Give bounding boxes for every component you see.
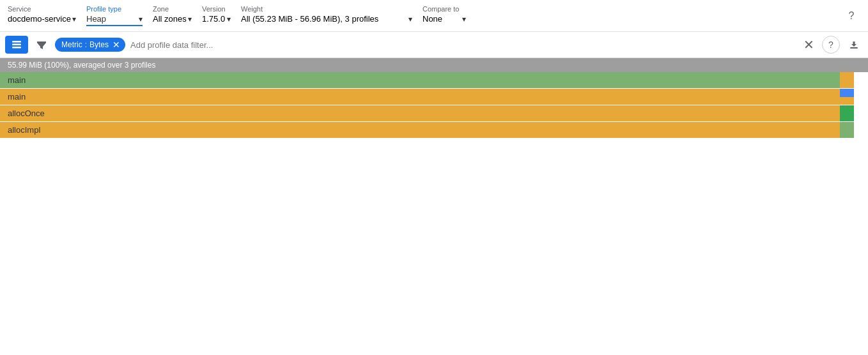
flame-row-label-2: allocOnce <box>0 105 52 121</box>
flame-bar-3 <box>0 122 841 138</box>
flame-bar-0 <box>0 72 846 88</box>
svg-rect-1 <box>12 44 21 46</box>
clear-filter-button[interactable]: ✕ <box>801 36 817 54</box>
toolbar: Service docdemo-service ▾ Profile type H… <box>0 0 868 32</box>
compare-to-select-wrapper[interactable]: None ▾ <box>422 14 466 26</box>
flame-row-1[interactable]: main <box>0 89 868 105</box>
service-select-wrapper[interactable]: docdemo-service ▾ <box>8 14 76 26</box>
svg-rect-0 <box>12 41 21 43</box>
toolbar-help-button[interactable]: ? <box>842 7 860 25</box>
flame-row-label-3: allocImpl <box>0 122 48 138</box>
flame-row-label-0: main <box>0 72 33 88</box>
flame-right-strip-1b <box>840 97 854 105</box>
service-select[interactable]: docdemo-service <box>8 14 71 24</box>
compare-to-select[interactable]: None <box>422 14 461 24</box>
flame-bar-1 <box>0 89 846 105</box>
zone-arrow-icon: ▾ <box>188 15 192 24</box>
zone-dropdown[interactable]: Zone All zones ▾ <box>153 5 192 26</box>
download-icon <box>848 38 860 51</box>
flame-right-strip-2 <box>840 105 854 121</box>
zone-select-wrapper[interactable]: All zones ▾ <box>153 14 192 26</box>
flame-row-2[interactable]: allocOnce <box>0 105 868 122</box>
metric-chip: Metric : Bytes ✕ <box>55 38 125 52</box>
version-select[interactable]: 1.75.0 <box>202 14 226 24</box>
download-button[interactable] <box>845 37 863 52</box>
compare-to-arrow-icon: ▾ <box>462 15 466 24</box>
filter-toggle-button[interactable] <box>33 36 50 53</box>
profile-type-arrow-icon: ▾ <box>139 15 143 24</box>
filter-icon <box>36 39 47 50</box>
weight-dropdown[interactable]: Weight All (55.23 MiB - 56.96 MiB), 3 pr… <box>241 5 412 26</box>
flame-bar-2 <box>0 105 841 121</box>
weight-select-wrapper[interactable]: All (55.23 MiB - 56.96 MiB), 3 profiles … <box>241 14 412 26</box>
filter-bar-right: ✕ ? <box>801 36 863 54</box>
service-dropdown[interactable]: Service docdemo-service ▾ <box>8 5 76 26</box>
zone-select[interactable]: All zones <box>153 14 187 24</box>
service-arrow-icon: ▾ <box>72 15 76 24</box>
profile-type-dropdown[interactable]: Profile type Heap ▾ <box>86 5 143 26</box>
version-select-wrapper[interactable]: 1.75.0 ▾ <box>202 14 231 26</box>
flame-chart: 55.99 MiB (100%), averaged over 3 profil… <box>0 58 868 139</box>
service-label: Service <box>8 5 76 13</box>
svg-rect-2 <box>12 47 21 49</box>
filter-bar: Metric : Bytes ✕ ✕ ? <box>0 32 868 58</box>
compare-to-label: Compare to <box>422 5 466 13</box>
version-arrow-icon: ▾ <box>227 15 231 24</box>
metric-chip-label: Metric <box>61 40 82 49</box>
metric-chip-separator: : <box>85 40 87 49</box>
view-toggle-button[interactable] <box>5 36 28 54</box>
help-button[interactable]: ? <box>822 36 840 54</box>
filter-input[interactable] <box>130 40 796 50</box>
flame-row-0[interactable]: main <box>0 72 868 89</box>
profile-type-select-wrapper[interactable]: Heap ▾ <box>86 14 143 26</box>
flame-right-strip-1a <box>840 89 854 97</box>
flame-header: 55.99 MiB (100%), averaged over 3 profil… <box>0 58 868 72</box>
zone-label: Zone <box>153 5 192 13</box>
metric-chip-value: Bytes <box>89 40 109 49</box>
flame-right-strip-0 <box>840 72 854 88</box>
version-label: Version <box>202 5 231 13</box>
weight-arrow-icon: ▾ <box>408 15 412 24</box>
flame-row-3[interactable]: allocImpl <box>0 122 868 139</box>
profile-type-select[interactable]: Heap <box>86 14 137 24</box>
compare-to-dropdown[interactable]: Compare to None ▾ <box>422 5 466 26</box>
flame-row-label-1: main <box>0 89 33 105</box>
list-view-icon <box>12 40 22 50</box>
version-dropdown[interactable]: Version 1.75.0 ▾ <box>202 5 231 26</box>
profile-type-label: Profile type <box>86 5 143 13</box>
svg-rect-3 <box>850 47 858 49</box>
flame-header-text: 55.99 MiB (100%), averaged over 3 profil… <box>8 61 155 70</box>
metric-chip-close-button[interactable]: ✕ <box>112 40 120 50</box>
weight-select[interactable]: All (55.23 MiB - 56.96 MiB), 3 profiles <box>241 14 407 24</box>
flame-right-strip-3 <box>840 122 854 138</box>
weight-label: Weight <box>241 5 412 13</box>
